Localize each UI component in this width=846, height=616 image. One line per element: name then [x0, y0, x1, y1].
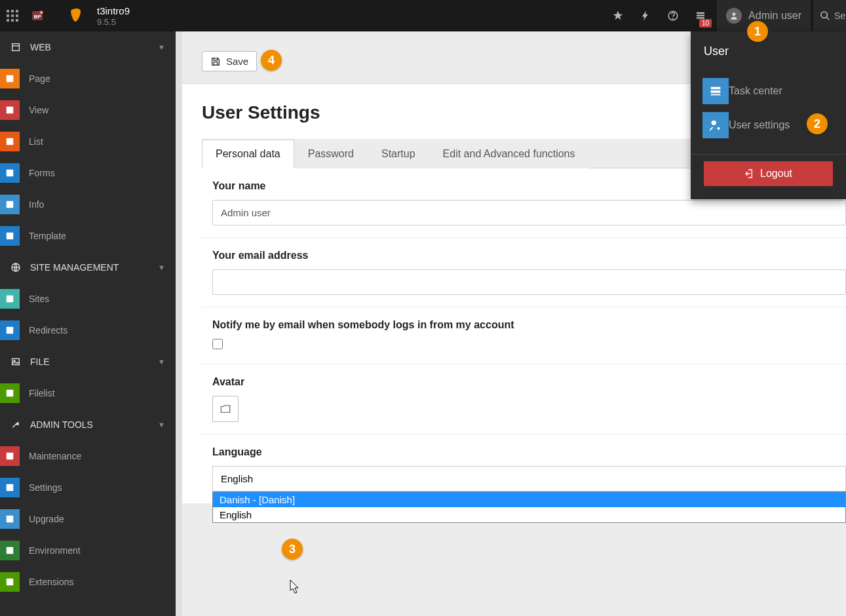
svg-rect-5 — [16, 14, 18, 17]
svg-rect-28 — [7, 201, 14, 208]
module-icon — [0, 383, 20, 403]
site-version: 9.5.5 — [97, 17, 130, 27]
module-icon — [0, 195, 20, 214]
svg-rect-8 — [16, 19, 18, 22]
sidebar-section-file[interactable]: FILE▼ — [0, 346, 176, 377]
language-dropdown: Danish - [Danish]English — [212, 491, 846, 523]
topbar: BP t3intro9 9.5.5 10 Admin user Se — [0, 0, 846, 31]
tab-password[interactable]: Password — [294, 140, 368, 168]
svg-rect-4 — [11, 14, 14, 17]
sidebar-item-page[interactable]: Page — [0, 63, 176, 94]
user-dropdown-task-center[interactable]: Task center — [702, 74, 834, 108]
sidebar-item-settings[interactable]: Settings — [0, 472, 176, 503]
sidebar-item-extensions[interactable]: Extensions — [0, 566, 176, 598]
module-icon — [0, 100, 20, 120]
svg-point-22 — [712, 121, 716, 125]
module-icon — [0, 572, 20, 592]
sidebar-item-redirects[interactable]: Redirects — [0, 315, 176, 346]
svg-rect-36 — [7, 453, 14, 460]
mouse-cursor-icon — [290, 579, 301, 595]
form-body: Your name Your email address Notify me b… — [202, 168, 846, 503]
callout-marker-1: 1 — [747, 21, 768, 42]
chevron-down-icon: ▼ — [158, 421, 165, 429]
module-icon — [0, 541, 20, 560]
sidebar-item-environment[interactable]: Environment — [0, 535, 176, 566]
svg-rect-26 — [7, 138, 14, 145]
sidebar-item-upgrade[interactable]: Upgrade — [0, 503, 176, 535]
language-label: Language — [212, 446, 846, 458]
sidebar-section-site-management[interactable]: SITE MANAGEMENT▼ — [0, 252, 176, 283]
svg-rect-6 — [7, 19, 9, 22]
module-icon — [0, 132, 20, 151]
chevron-down-icon: ▼ — [158, 43, 165, 51]
module-icon — [0, 478, 20, 497]
save-button[interactable]: Save — [202, 51, 257, 71]
user-settings-icon — [702, 112, 729, 138]
tab-startup[interactable]: Startup — [368, 140, 429, 168]
sidebar-item-template[interactable]: Template — [0, 220, 176, 252]
search-toggle[interactable]: Se — [813, 0, 846, 31]
language-select[interactable]: English — [212, 466, 846, 491]
svg-rect-7 — [11, 19, 14, 22]
scroll-gutter[interactable] — [176, 31, 182, 616]
svg-rect-38 — [7, 516, 14, 523]
name-input[interactable] — [212, 200, 846, 225]
module-icon — [0, 226, 20, 246]
svg-rect-2 — [16, 10, 18, 12]
sidebar-item-filelist[interactable]: Filelist — [0, 377, 176, 409]
sidebar-item-view[interactable]: View — [0, 94, 176, 126]
section-icon — [10, 42, 26, 52]
module-icon — [0, 320, 20, 340]
svg-rect-39 — [7, 547, 14, 554]
notify-label: Notify me by email when somebody logs in… — [212, 319, 846, 331]
sidebar-section-web[interactable]: WEB▼ — [0, 31, 176, 63]
user-avatar-icon — [726, 8, 742, 24]
site-title: t3intro9 9.5.5 — [97, 5, 130, 27]
typo3-logo-icon — [63, 0, 89, 31]
svg-rect-32 — [7, 327, 14, 334]
sidebar-item-info[interactable]: Info — [0, 189, 176, 220]
svg-rect-31 — [7, 296, 14, 303]
sidebar-section-admin-tools[interactable]: ADMIN TOOLS▼ — [0, 409, 176, 440]
callout-marker-3: 3 — [282, 539, 303, 560]
flash-icon[interactable] — [632, 0, 659, 31]
sidebar-item-maintenance[interactable]: Maintenance — [0, 440, 176, 472]
svg-rect-23 — [12, 44, 20, 51]
notifications-icon[interactable]: 10 — [687, 0, 714, 31]
svg-rect-33 — [12, 358, 20, 364]
svg-rect-15 — [697, 15, 704, 16]
help-icon[interactable] — [659, 0, 687, 31]
sidebar-item-sites[interactable]: Sites — [0, 283, 176, 315]
callout-marker-2: 2 — [807, 113, 828, 134]
logout-button[interactable]: Logout — [704, 161, 833, 186]
sidebar-item-forms[interactable]: Forms — [0, 157, 176, 189]
svg-rect-25 — [7, 107, 14, 114]
svg-rect-41 — [214, 62, 217, 65]
module-icon — [0, 289, 20, 309]
email-input[interactable] — [212, 269, 846, 295]
sidebar-item-list[interactable]: List — [0, 126, 176, 157]
app-switcher-icon[interactable] — [0, 0, 25, 31]
notification-badge: 10 — [699, 19, 712, 28]
avatar-browse-button[interactable] — [212, 396, 239, 422]
section-icon — [10, 419, 26, 430]
user-label: Admin user — [748, 10, 801, 22]
tab-personal-data[interactable]: Personal data — [202, 140, 294, 168]
callout-marker-4: 4 — [261, 50, 282, 71]
task-center-icon — [702, 78, 729, 104]
language-option[interactable]: Danish - [Danish] — [213, 492, 845, 507]
bookmark-icon[interactable] — [604, 0, 632, 31]
svg-rect-24 — [7, 75, 14, 83]
svg-rect-3 — [7, 14, 9, 17]
email-label: Your email address — [212, 250, 846, 261]
svg-rect-29 — [7, 233, 14, 240]
language-option[interactable]: English — [213, 507, 845, 522]
module-icon — [0, 446, 20, 466]
cache-icon[interactable]: BP — [25, 0, 50, 31]
svg-point-18 — [821, 12, 827, 18]
svg-point-17 — [733, 12, 736, 16]
notify-checkbox[interactable] — [212, 339, 223, 349]
svg-rect-40 — [7, 579, 14, 586]
svg-rect-0 — [7, 10, 9, 12]
tab-edit-and-advanced-functions[interactable]: Edit and Advanced functions — [429, 140, 589, 168]
